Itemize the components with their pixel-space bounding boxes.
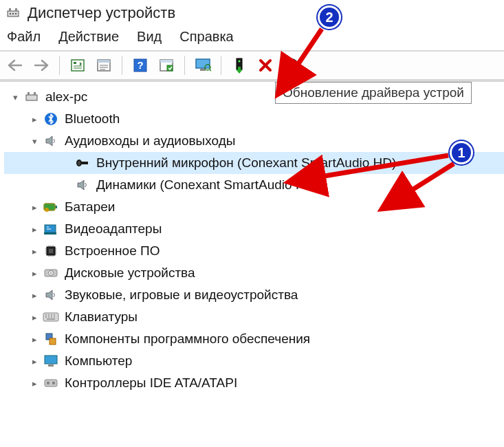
tree-label: alex-pc <box>45 89 87 105</box>
svg-point-31 <box>45 208 49 212</box>
svg-point-19 <box>239 61 241 63</box>
help-button[interactable]: ? <box>129 54 151 76</box>
tree-item-computer[interactable]: ▸ Компьютер <box>4 350 504 372</box>
svg-rect-26 <box>81 162 88 164</box>
chevron-right-icon[interactable]: ▸ <box>28 354 41 368</box>
annotation-badge-2: 2 <box>318 6 341 29</box>
keyboard-icon <box>43 309 59 325</box>
speaker-icon <box>43 133 59 149</box>
disk-icon <box>43 265 59 281</box>
toolbar-separator <box>221 56 221 75</box>
chevron-right-icon[interactable]: ▸ <box>28 112 41 126</box>
svg-rect-2 <box>15 8 17 11</box>
svg-rect-5 <box>15 13 17 14</box>
menu-help[interactable]: Справка <box>179 29 233 45</box>
svg-text:?: ? <box>137 59 143 71</box>
computer-icon <box>23 89 40 105</box>
disable-device-button[interactable] <box>281 54 303 76</box>
tree-label: Компьютер <box>65 353 132 369</box>
battery-icon <box>43 199 59 215</box>
bluetooth-icon <box>43 111 59 127</box>
tree-label: Компоненты программного обеспечения <box>65 331 310 347</box>
svg-rect-43 <box>48 364 54 367</box>
tree-item-audio[interactable]: ▾ Аудиовходы и аудиовыходы <box>4 130 504 152</box>
tree-item-disk-drives[interactable]: ▸ Дисковые устройства <box>4 262 504 284</box>
chevron-right-icon[interactable]: ▸ <box>28 310 41 324</box>
device-tree[interactable]: ▾ alex-pc ▸ Bluetooth ▾ Аудиовходы и ауд… <box>0 86 504 394</box>
tree-item-sound-game[interactable]: ▸ Звуковые, игровые и видеоустройства <box>4 284 504 306</box>
forward-button[interactable] <box>30 54 52 76</box>
svg-rect-6 <box>72 60 84 71</box>
tree-item-bluetooth[interactable]: ▸ Bluetooth <box>4 108 504 130</box>
svg-rect-22 <box>28 92 30 95</box>
window-title: Диспетчер устройств <box>28 4 175 22</box>
properties-button[interactable] <box>93 54 115 76</box>
toolbar-separator <box>122 56 122 75</box>
monitor-button[interactable] <box>192 54 214 76</box>
menubar: Файл Действие Вид Справка <box>0 25 504 50</box>
tree-label: Внутренний микрофон (Conexant SmartAudio… <box>96 155 396 171</box>
tree-item-microphone[interactable]: ▸ Внутренний микрофон (Conexant SmartAud… <box>4 152 504 174</box>
tree-item-display-adapters[interactable]: ▸ Видеоадаптеры <box>4 218 504 240</box>
chevron-down-icon[interactable]: ▾ <box>8 90 22 104</box>
chevron-down-icon[interactable]: ▾ <box>28 134 41 148</box>
tree-label: Динамики (Conexant SmartAudio HD) <box>96 177 319 193</box>
chevron-right-icon[interactable]: ▸ <box>28 222 41 236</box>
titlebar: Диспетчер устройств <box>0 0 504 25</box>
tree-label: Контроллеры IDE ATA/ATAPI <box>65 375 237 391</box>
uninstall-device-button[interactable] <box>254 54 276 76</box>
chevron-right-icon[interactable]: ▸ <box>28 244 41 258</box>
component-icon <box>43 331 59 347</box>
monitor-icon <box>43 353 59 369</box>
chevron-right-icon[interactable]: ▸ <box>28 376 41 390</box>
annotation-badge-1: 1 <box>450 141 473 164</box>
svg-rect-16 <box>200 69 206 71</box>
chevron-right-icon[interactable]: ▸ <box>28 266 41 280</box>
tree-label: Клавиатуры <box>65 309 138 325</box>
display-adapter-icon <box>43 221 59 237</box>
tree-container: Обновление драйвера устрой ▾ alex-pc ▸ B… <box>0 80 504 394</box>
tree-item-keyboards[interactable]: ▸ Клавиатуры <box>4 306 504 328</box>
back-button[interactable] <box>4 54 26 76</box>
svg-rect-7 <box>74 62 76 64</box>
chevron-right-icon[interactable]: ▸ <box>28 200 41 214</box>
svg-rect-4 <box>12 13 14 14</box>
controller-icon <box>43 375 59 391</box>
speaker-icon <box>43 287 59 303</box>
update-driver-button[interactable] <box>228 54 250 76</box>
tree-label: Дисковые устройства <box>65 265 195 281</box>
tree-item-ide-controllers[interactable]: ▸ Контроллеры IDE ATA/ATAPI <box>4 372 504 394</box>
tooltip: Обновление драйвера устрой <box>275 82 472 104</box>
chevron-right-icon[interactable]: ▸ <box>28 288 41 302</box>
menu-action[interactable]: Действие <box>58 29 119 45</box>
svg-rect-23 <box>34 92 36 95</box>
tree-item-software-components[interactable]: ▸ Компоненты программного обеспечения <box>4 328 504 350</box>
svg-rect-1 <box>9 8 11 11</box>
svg-rect-35 <box>49 249 53 253</box>
menu-file[interactable]: Файл <box>7 29 41 45</box>
tree-label: Встроенное ПО <box>65 243 160 259</box>
tree-label: Батареи <box>65 199 115 215</box>
menu-view[interactable]: Вид <box>137 29 162 45</box>
tree-label: Bluetooth <box>65 111 120 127</box>
tree-item-batteries[interactable]: ▸ Батареи <box>4 196 504 218</box>
tree-label: Видеоадаптеры <box>65 221 162 237</box>
svg-rect-41 <box>50 338 56 345</box>
tree-item-speakers[interactable]: ▸ Динамики (Conexant SmartAudio HD) <box>4 174 504 196</box>
tree-item-firmware[interactable]: ▸ Встроенное ПО <box>4 240 504 262</box>
show-hidden-button[interactable] <box>67 54 89 76</box>
chevron-right-icon[interactable]: ▸ <box>28 332 41 346</box>
svg-rect-3 <box>10 13 11 14</box>
toolbar: ? <box>0 50 504 80</box>
toolbar-separator <box>184 56 185 75</box>
svg-rect-13 <box>160 60 173 63</box>
svg-point-38 <box>50 272 52 274</box>
speaker-icon <box>74 177 91 193</box>
svg-rect-33 <box>44 232 56 235</box>
tree-label: Звуковые, игровые и видеоустройства <box>65 287 298 303</box>
svg-rect-46 <box>52 382 55 384</box>
svg-rect-21 <box>26 95 37 100</box>
scan-hardware-button[interactable] <box>155 54 177 76</box>
svg-rect-9 <box>98 60 110 63</box>
tree-label: Аудиовходы и аудиовыходы <box>65 133 235 149</box>
